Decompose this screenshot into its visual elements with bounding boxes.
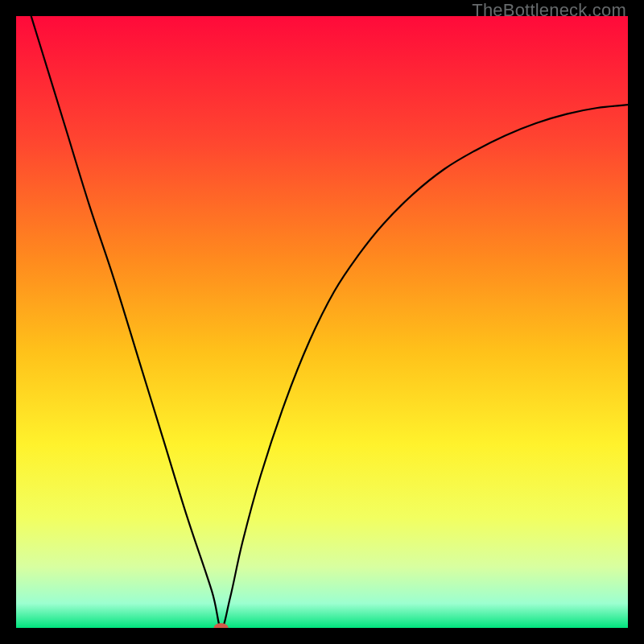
chart-container bbox=[16, 16, 628, 628]
bottleneck-chart bbox=[16, 16, 628, 628]
gradient-background bbox=[16, 16, 628, 628]
